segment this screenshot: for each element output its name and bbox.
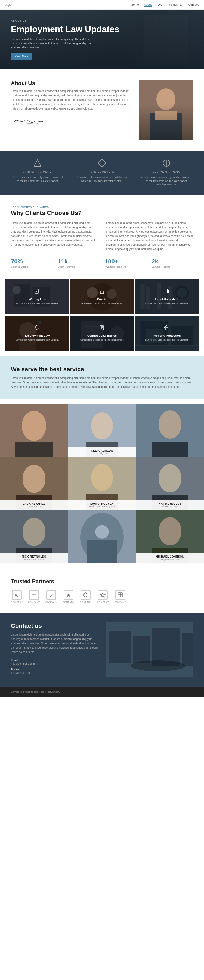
- about-image: [139, 80, 193, 140]
- svg-rect-83: [32, 593, 36, 597]
- philosophy-item-3: KEY OF SUCCESS Access eos et accusam et …: [140, 159, 193, 187]
- service-desc-4: Sample text. Click to select the Text El…: [16, 338, 59, 341]
- about-section: About Us Lorem ipsum dolor sit amet, con…: [0, 69, 204, 151]
- svg-point-65: [22, 465, 45, 493]
- svg-rect-34: [168, 290, 169, 293]
- philosophy-title-3: KEY OF SUCCESS: [140, 171, 193, 174]
- svg-rect-79: [87, 540, 117, 563]
- service-card-5[interactable]: Contract Law Basics Sample text. Click t…: [70, 315, 134, 351]
- nat-role: Criminal Defense: [139, 505, 201, 508]
- nav-about[interactable]: About: [144, 3, 152, 6]
- partner-icon-2: [29, 590, 39, 600]
- michael-johnson-info: MICHAEL JOHNSON Employment Law: [136, 553, 204, 563]
- svg-rect-54: [166, 328, 168, 330]
- services-section: Writing Law Sample text. Click to select…: [0, 279, 204, 356]
- stat-number-1: 70%: [11, 258, 53, 265]
- partner-6: COMPANY: [97, 590, 109, 603]
- team-row-2: JACK ALVAREZ Corporate Law LAURA NGUYEN …: [0, 457, 204, 510]
- partner-icon-5: [81, 590, 91, 600]
- partner-label-2: COMPANY: [28, 601, 40, 603]
- read-more-button[interactable]: Read More: [11, 53, 32, 59]
- service-card-1[interactable]: Writing Law Sample text. Click to select…: [5, 279, 69, 315]
- svg-rect-21: [100, 291, 104, 294]
- stat-awards: 100+ Award Recognitions: [105, 258, 146, 268]
- team-row-3: NICK REYNOLDS Environmental Law: [0, 510, 204, 563]
- svg-point-1: [156, 88, 175, 110]
- partner-icon-6: [98, 590, 108, 600]
- partner-4: ◉ COMPANY: [62, 590, 74, 603]
- contact-description: Lorem ipsum dolor sit amet, consectetur …: [11, 633, 98, 654]
- contact-left: Contact us Lorem ipsum dolor sit amet, c…: [11, 622, 98, 677]
- nav-pricing[interactable]: Pricing Plan: [167, 3, 183, 6]
- svg-rect-93: [133, 636, 150, 663]
- service-title-2: Private: [97, 298, 107, 301]
- nick-name: NICK REYNOLDS: [3, 555, 65, 558]
- partner-5: COMPANY: [80, 590, 91, 603]
- service-card-6[interactable]: Property Protection Sample text. Click t…: [135, 315, 199, 351]
- philosophy-icon-1: [11, 159, 64, 169]
- why-columns: Lorem ipsum dolor sit amet, consectetur …: [11, 221, 193, 251]
- svg-rect-63: [152, 442, 188, 457]
- best-service-section: We serve the best service Lorem ipsum do…: [0, 356, 204, 399]
- team-member-nick: NICK REYNOLDS Environmental Law: [0, 510, 68, 563]
- writing-law-icon: [34, 288, 40, 296]
- team-member-center-celia: CELIA ALMEDA Family Law: [68, 404, 136, 457]
- contact-email-label: Email:: [11, 659, 98, 662]
- contact-image: [106, 622, 193, 677]
- svg-rect-88: [121, 593, 123, 595]
- celia-role: Family Law: [71, 452, 133, 455]
- partners-heading: Trusted Partners: [11, 578, 193, 585]
- private-icon: [99, 288, 105, 296]
- stat-clients: 70% Satisfied Clients: [11, 258, 53, 268]
- service-card-3[interactable]: Legal Bookshelf Sample text. Click to se…: [135, 279, 199, 315]
- service-title-6: Property Protection: [153, 334, 181, 337]
- stat-label-1: Satisfied Clients: [11, 266, 53, 268]
- service-card-2[interactable]: Private Sample text. Click to select the…: [70, 279, 134, 315]
- celia-almeda-info: CELIA ALMEDA Family Law: [68, 447, 136, 457]
- laura-name: LAURA NGUYEN: [71, 502, 133, 505]
- nav-faq[interactable]: FAQ: [156, 3, 163, 6]
- philosophy-item-2: OUR PRINCIPLE At vero eos et accusam et …: [75, 159, 129, 187]
- nat-reynolds-info: NAT REYNOLDS Criminal Defense: [136, 500, 204, 510]
- philosophy-section: OUR PHILOSOPHY At vero eos et accusam et…: [0, 151, 204, 195]
- svg-rect-5: [98, 159, 106, 167]
- stat-label-3: Award Recognitions: [105, 266, 146, 268]
- partner-label-6: COMPANY: [97, 601, 109, 603]
- service-desc-3: Sample text. Click to select the Text El…: [145, 302, 188, 305]
- svg-rect-94: [152, 628, 180, 666]
- nav-contact[interactable]: Contact: [188, 3, 199, 6]
- partner-7: COMPANY: [114, 590, 126, 603]
- service-desc-6: Sample text. Click to select the Text El…: [145, 338, 188, 341]
- about-paragraph: Lorem ipsum dolor sit amet, consectetur …: [11, 89, 131, 111]
- about-heading: About Us: [11, 80, 131, 86]
- philosophy-text-3: Access eos et accusam et justo duo dolor…: [140, 175, 193, 187]
- jack-alvarez-info: JACK ALVAREZ Corporate Law: [0, 500, 68, 510]
- svg-rect-90: [121, 595, 123, 597]
- team-row-1: CELIA ALMEDA Family Law: [0, 404, 204, 457]
- svg-rect-89: [118, 595, 120, 597]
- partner-label-1: COMPANY: [11, 601, 22, 603]
- partner-icon-4: ◉: [64, 590, 73, 600]
- hero-content: ABOUT US Employment Law Updates Lorem ip…: [0, 11, 130, 68]
- best-service-text: Lorem ipsum dolor sit amet, consectetur …: [11, 376, 193, 389]
- stats-row: 70% Satisfied Clients 11k Client Referra…: [11, 258, 193, 268]
- philosophy-item-1: OUR PHILOSOPHY At vero eos et accusam et…: [11, 159, 64, 187]
- best-service-heading: We serve the best service: [11, 366, 193, 373]
- nick-role: Environmental Law: [3, 558, 65, 561]
- philosophy-icon-3: [140, 159, 193, 169]
- service-title-3: Legal Bookshelf: [155, 298, 178, 301]
- service-content-1: Writing Law Sample text. Click to select…: [5, 279, 69, 315]
- why-col-2: Lorem ipsum dolor sit amet, consectetur …: [106, 221, 193, 251]
- service-card-4[interactable]: ⚖️ Employment Law Sample text. Click to …: [5, 315, 69, 351]
- partner-icon-3: [46, 590, 56, 600]
- contact-phone: Phone: +1 234 456 7890: [11, 668, 98, 675]
- stat-sample: 2k Sample Headline: [152, 258, 193, 268]
- jack-name: JACK ALVAREZ: [3, 502, 65, 505]
- svg-point-59: [91, 412, 113, 439]
- divider-2: [134, 159, 134, 187]
- contact-heading: Contact us: [11, 622, 98, 629]
- svg-rect-32: [166, 290, 166, 293]
- stat-number-2: 11k: [58, 258, 100, 265]
- nav-home[interactable]: Home: [131, 3, 139, 6]
- partner-3: COMPANY: [45, 590, 57, 603]
